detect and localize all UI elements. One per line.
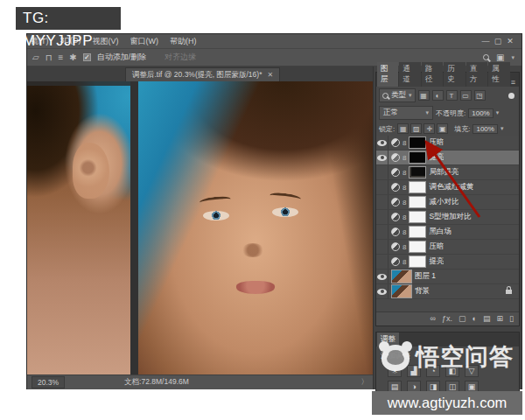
status-chevron-icon[interactable]: 〉 [361, 377, 369, 388]
layer-mask-thumbnail[interactable] [409, 241, 426, 253]
close-button[interactable]: ✕ [504, 37, 516, 46]
path-alignment-icon[interactable]: ≡ [59, 52, 64, 62]
layer-mask-thumbnail[interactable] [409, 136, 426, 149]
panel-menu-icon[interactable]: ≡ [511, 78, 519, 87]
gear-icon[interactable]: ✱ [69, 52, 76, 62]
layer-mask-thumbnail[interactable] [409, 166, 426, 178]
brightness-contrast-icon[interactable]: ☀ [388, 365, 402, 377]
layer-mask-thumbnail[interactable] [409, 226, 426, 238]
layer-row[interactable]: 8提亮 [376, 150, 519, 165]
blend-mode-dropdown[interactable]: 正常 ▾ [379, 106, 433, 120]
nose-shadow-shape [242, 243, 264, 257]
tab-panel[interactable]: 直方 [466, 62, 487, 87]
layer-thumbnail[interactable] [391, 270, 412, 284]
menu-item[interactable]: 帮助(H) [170, 36, 197, 47]
eye-toggle[interactable] [376, 284, 388, 298]
pixel-layer-filter-icon[interactable]: ▦ [418, 90, 430, 101]
vibrance-icon[interactable]: ▽ [465, 365, 479, 377]
tab-panel[interactable]: 属性 [488, 62, 509, 87]
eye-toggle[interactable] [376, 136, 388, 150]
eye-toggle[interactable] [376, 225, 388, 239]
align-edges-label: 对齐边缘 [164, 52, 196, 63]
layer-row[interactable]: 8S型增加对比 [376, 210, 519, 225]
eye-toggle[interactable] [376, 165, 388, 179]
layer-row[interactable]: 8局部提亮 [376, 165, 519, 180]
curves-icon[interactable]: ◔ [426, 365, 440, 377]
filter-caret-icon: ▾ [409, 92, 412, 99]
opacity-value[interactable]: 100% [468, 108, 493, 118]
layer-row[interactable]: 8减小对比 [376, 195, 519, 210]
smart-object-filter-icon[interactable]: ◳ [474, 90, 486, 101]
layer-mask-thumbnail[interactable] [409, 256, 426, 268]
layer-mask-thumbnail[interactable] [409, 211, 426, 223]
layer-row[interactable]: 图层 1 [376, 270, 519, 284]
shape-layer-filter-icon[interactable]: ▭ [460, 90, 472, 101]
layer-row[interactable]: 8调色减红减黄 [376, 180, 519, 195]
layer-row[interactable]: 8黑白场 [376, 225, 519, 240]
adjustment-layer-filter-icon[interactable]: ◐ [432, 90, 444, 101]
exposure-icon[interactable]: ◧ [445, 365, 459, 377]
left-eye-shape [203, 211, 229, 220]
layer-mask-thumbnail[interactable] [409, 196, 426, 208]
filter-type-dropdown[interactable]: 类型 ▾ [379, 88, 416, 102]
new-layer-icon[interactable]: ⊞ [497, 315, 504, 323]
layer-row[interactable]: 8压暗 [376, 136, 519, 150]
layer-name: 图层 1 [415, 271, 436, 282]
filter-toggle-icon[interactable] [508, 93, 514, 99]
workspace-caret-icon[interactable]: ▾ [511, 54, 514, 61]
layer-row[interactable]: 背景 [376, 284, 519, 299]
mask-link-icon: 8 [402, 214, 406, 221]
opacity-caret-icon[interactable]: ▾ [496, 109, 500, 116]
new-adjustment-layer-icon[interactable]: ◐ [472, 315, 477, 323]
levels-icon[interactable]: ▟ [407, 365, 421, 377]
fill-caret-icon[interactable]: ▾ [500, 125, 504, 132]
mask-link-icon: 8 [402, 258, 406, 266]
new-group-icon[interactable]: ▤ [483, 315, 491, 323]
layer-thumbnail[interactable] [391, 284, 412, 298]
eye-toggle[interactable] [376, 150, 388, 164]
menu-item[interactable]: 视图(V) [93, 36, 119, 47]
main-document-image[interactable] [138, 81, 373, 374]
minimize-button[interactable]: — [480, 37, 492, 46]
link-layers-icon[interactable]: ∞ [430, 315, 436, 323]
left-document-image[interactable] [27, 81, 130, 374]
opacity-label: 不透明度: [436, 108, 466, 118]
fill-value[interactable]: 100% [472, 124, 497, 134]
maximize-button[interactable]: ▢ [492, 37, 504, 46]
canvas-area[interactable] [27, 81, 373, 374]
tab-panel[interactable]: 路径 [422, 62, 443, 87]
delete-layer-icon[interactable]: ▯ [509, 315, 514, 323]
eye-toggle[interactable] [376, 195, 388, 209]
lock-pixels-icon[interactable]: ▨ [410, 123, 422, 134]
lock-position-icon[interactable]: ✛ [424, 123, 435, 134]
auto-add-checkbox[interactable]: ✓ [83, 53, 91, 61]
layer-mask-thumbnail[interactable] [409, 151, 426, 164]
layer-row[interactable]: 8提亮 [376, 255, 519, 270]
tab-close-icon[interactable]: ✕ [267, 71, 273, 79]
path-operations-icon[interactable]: ⊓ [46, 52, 52, 62]
document-tab[interactable]: 调整后.tif @ 20.3%(提亮, 图层蒙版/16)* ✕ [125, 67, 280, 81]
eye-toggle[interactable] [376, 210, 388, 224]
tab-adjustments[interactable]: 调整 [377, 332, 399, 346]
menu-item[interactable]: 窗口(W) [130, 36, 159, 47]
document-tab-bar: 调整后.tif @ 20.3%(提亮, 图层蒙版/16)* ✕ [27, 66, 373, 81]
eye-toggle[interactable] [376, 255, 388, 269]
zoom-level-field[interactable]: 20.3% [32, 376, 65, 388]
eye-toggle[interactable] [376, 180, 388, 194]
tab-layers[interactable]: 图层 [377, 62, 398, 87]
tab-panel[interactable]: 历史 [444, 62, 465, 87]
layer-mask-thumbnail[interactable] [409, 181, 426, 193]
eye-toggle[interactable] [376, 270, 388, 284]
type-layer-filter-icon[interactable]: T [446, 90, 458, 101]
search-icon[interactable] [483, 54, 489, 60]
eye-icon [377, 140, 387, 146]
layer-effects-icon[interactable]: ƒx. [442, 315, 452, 323]
tool-preset-icon[interactable]: ▱ [32, 52, 39, 62]
layer-row[interactable]: 8压暗 [376, 240, 519, 255]
lock-all-icon[interactable]: ▣ [437, 123, 448, 134]
workspace-icon[interactable]: ▣ [496, 52, 504, 62]
eye-toggle[interactable] [376, 240, 388, 254]
add-mask-icon[interactable]: ▢ [458, 315, 466, 323]
tab-panel[interactable]: 通道 [399, 62, 420, 87]
lock-transparency-icon[interactable]: ▦ [397, 123, 409, 134]
